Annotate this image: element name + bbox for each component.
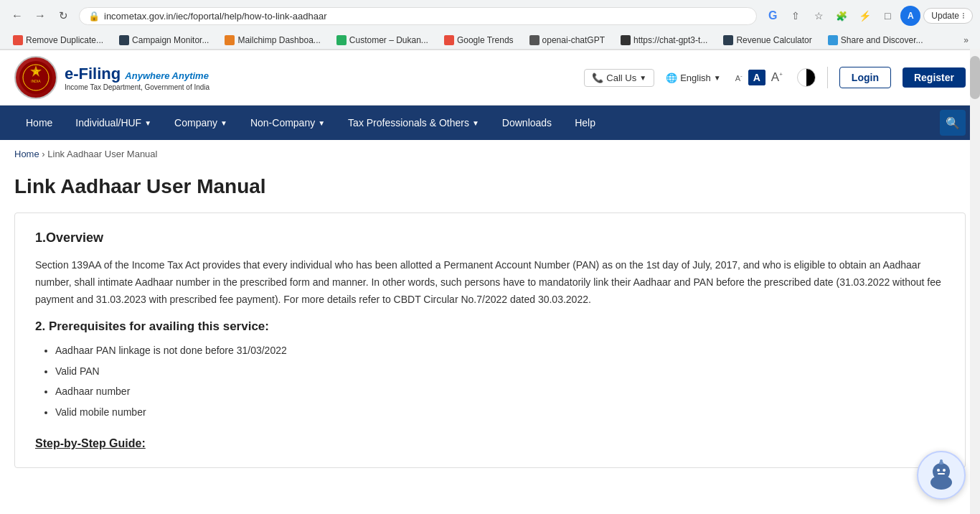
- logo-emblem: ॐ INDIA: [14, 56, 57, 99]
- svg-rect-9: [938, 473, 945, 475]
- register-button[interactable]: Register: [903, 67, 966, 88]
- scrollbar[interactable]: [970, 49, 980, 482]
- bookmark-favicon: [723, 35, 733, 45]
- lock-icon: 🔒: [88, 11, 100, 22]
- nav-help[interactable]: Help: [563, 106, 607, 140]
- address-bar[interactable]: 🔒 incometax.gov.in/iec/foportal/help/how…: [79, 7, 757, 25]
- nav-company[interactable]: Company ▼: [163, 106, 239, 140]
- nav-chevron-icon: ▼: [220, 119, 227, 127]
- bookmark-customer[interactable]: Customer – Dukan...: [331, 34, 434, 47]
- bookmark-favicon: [621, 35, 631, 45]
- contrast-button[interactable]: [797, 68, 816, 87]
- list-item: Valid mobile number: [55, 404, 945, 420]
- bookmark-favicon: [119, 35, 129, 45]
- bookmark-campaign-monitor[interactable]: Campaign Monitor...: [113, 34, 215, 47]
- scrollbar-thumb[interactable]: [970, 56, 980, 99]
- breadcrumb-home[interactable]: Home: [14, 149, 39, 159]
- nav-tax-professionals[interactable]: Tax Professionals & Others ▼: [336, 106, 491, 140]
- forward-button[interactable]: →: [30, 6, 50, 26]
- nav-home[interactable]: Home: [14, 106, 64, 140]
- breadcrumb-current: Link Aadhaar User Manual: [47, 149, 157, 159]
- chatbot-icon: [923, 457, 959, 482]
- search-icon: 🔍: [946, 116, 960, 130]
- google-icon[interactable]: G: [763, 6, 783, 26]
- bookmark-favicon: [828, 35, 838, 45]
- main-navigation: Home Individual/HUF ▼ Company ▼ Non-Comp…: [0, 106, 980, 140]
- emblem-svg: ॐ INDIA: [18, 60, 54, 95]
- call-us-button[interactable]: 📞 Call Us ▼: [584, 69, 654, 87]
- language-selector[interactable]: 🌐 English ▼: [666, 73, 721, 83]
- bookmark-icon[interactable]: ☆: [809, 6, 829, 26]
- section-1-heading: 1.Overview: [35, 230, 945, 246]
- bookmark-google-trends[interactable]: Google Trends: [438, 34, 519, 47]
- svg-text:INDIA: INDIA: [31, 79, 41, 83]
- list-item: Aadhaar PAN linkage is not done before 3…: [55, 342, 945, 358]
- section-1-text: Section 139AA of the Income Tax Act prov…: [35, 257, 945, 308]
- list-item: Aadhaar number: [55, 383, 945, 399]
- update-button[interactable]: Update ⁝: [923, 8, 973, 24]
- nav-search-button[interactable]: 🔍: [940, 110, 966, 136]
- bookmark-remove-duplicate[interactable]: Remove Duplicate...: [7, 34, 109, 47]
- section-2-heading: 2. Prerequisites for availing this servi…: [35, 319, 945, 334]
- phone-icon: 📞: [592, 73, 603, 83]
- browser-actions: G ⇧ ☆ 🧩 ⚡ □ A Update ⁝: [763, 6, 973, 26]
- lang-chevron-icon: ▼: [714, 74, 721, 82]
- header-right: 📞 Call Us ▼ 🌐 English ▼ A- A A+ Login Re…: [584, 67, 966, 88]
- bookmark-mailchimp[interactable]: Mailchimp Dashboa...: [219, 34, 326, 47]
- text-size-large-button[interactable]: A+: [768, 69, 786, 86]
- login-button[interactable]: Login: [839, 67, 891, 88]
- more-bookmarks-button[interactable]: »: [959, 34, 973, 47]
- efiling-subtitle: Income Tax Department, Government of Ind…: [65, 83, 209, 91]
- efiling-title: e-Filing Anywhere Anytime: [65, 65, 209, 83]
- globe-icon: 🌐: [666, 73, 677, 83]
- window-icon[interactable]: □: [877, 6, 897, 26]
- svg-point-7: [937, 469, 940, 472]
- bookmark-revenue[interactable]: Revenue Calculator: [717, 34, 817, 47]
- browser-chrome: ← → ↻ 🔒 incometax.gov.in/iec/foportal/he…: [0, 0, 980, 50]
- nav-chevron-icon: ▼: [472, 119, 479, 127]
- svg-point-8: [943, 469, 946, 472]
- nav-non-company[interactable]: Non-Company ▼: [239, 106, 336, 140]
- main-content: Link Aadhaar User Manual 1.Overview Sect…: [0, 168, 980, 482]
- chevron-down-icon: ⁝: [962, 11, 965, 21]
- bookmark-share[interactable]: Share and Discover...: [822, 34, 929, 47]
- back-button[interactable]: ←: [7, 6, 27, 26]
- extension-icon[interactable]: 🧩: [831, 6, 852, 26]
- url-text: incometax.gov.in/iec/foportal/help/how-t…: [104, 11, 748, 22]
- nav-downloads[interactable]: Downloads: [491, 106, 563, 140]
- page-title: Link Aadhaar User Manual: [14, 175, 966, 198]
- text-size-medium-button[interactable]: A: [748, 70, 765, 85]
- breadcrumb: Home › Link Aadhaar User Manual: [0, 140, 980, 168]
- nav-chevron-icon: ▼: [318, 119, 325, 127]
- text-size-small-button[interactable]: A-: [732, 71, 745, 84]
- bookmarks-bar: Remove Duplicate... Campaign Monitor... …: [0, 32, 980, 50]
- call-chevron-icon: ▼: [639, 74, 646, 82]
- bookmark-favicon: [336, 35, 347, 45]
- content-card: 1.Overview Section 139AA of the Income T…: [14, 212, 966, 468]
- bookmark-favicon: [13, 35, 23, 45]
- nav-chevron-icon: ▼: [144, 119, 151, 127]
- header-divider: [827, 67, 828, 88]
- nav-individual-huf[interactable]: Individual/HUF ▼: [64, 106, 163, 140]
- bookmark-favicon: [529, 35, 540, 45]
- reload-button[interactable]: ↻: [53, 6, 73, 26]
- bookmark-chatgpt[interactable]: https://chat-gpt3-t...: [615, 34, 713, 47]
- svg-point-6: [930, 475, 952, 482]
- browser-nav-buttons: ← → ↻: [7, 6, 73, 26]
- list-item: Valid PAN: [55, 363, 945, 379]
- bookmark-favicon: [225, 35, 235, 45]
- efiling-brand: e-Filing Anywhere Anytime Income Tax Dep…: [65, 65, 209, 91]
- share-icon[interactable]: ⇧: [786, 6, 806, 26]
- step-guide-link[interactable]: Step-by-Step Guide:: [35, 437, 146, 450]
- bookmark-openai[interactable]: openai-chatGPT: [524, 34, 611, 47]
- browser-toolbar: ← → ↻ 🔒 incometax.gov.in/iec/foportal/he…: [0, 0, 980, 32]
- prerequisites-list: Aadhaar PAN linkage is not done before 3…: [55, 342, 945, 420]
- extensions-icon[interactable]: ⚡: [854, 6, 875, 26]
- site-header: ॐ INDIA e-Filing Anywhere Anytime Income…: [0, 50, 980, 106]
- logo-area: ॐ INDIA e-Filing Anywhere Anytime Income…: [14, 56, 209, 99]
- bookmark-favicon: [444, 35, 454, 45]
- svg-point-11: [940, 459, 943, 462]
- text-resize-buttons: A- A A+: [732, 69, 786, 86]
- profile-button[interactable]: A: [900, 6, 920, 26]
